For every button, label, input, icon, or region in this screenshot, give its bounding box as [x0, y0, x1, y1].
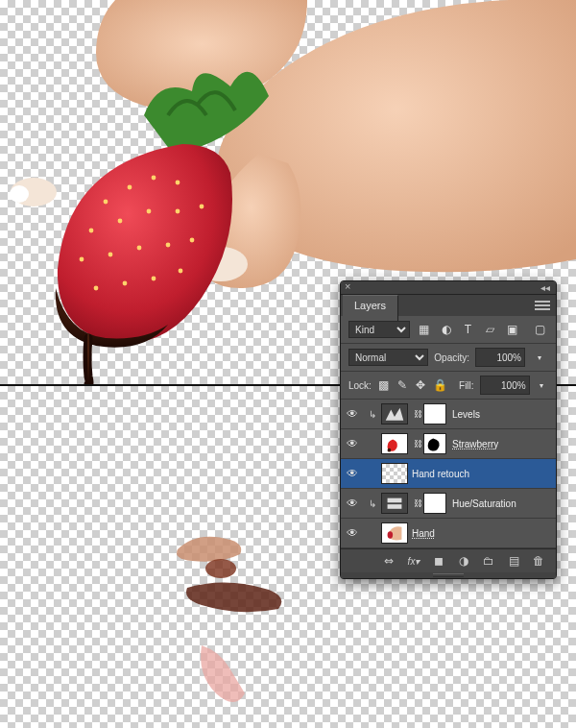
- panel-footer: ⇔ fx▾ ◼ ◑ 🗀 ▤ 🗑: [341, 548, 556, 572]
- footer-adjust-icon[interactable]: ◑: [456, 553, 471, 569]
- footer-fx-icon[interactable]: fx▾: [406, 553, 421, 569]
- layer-thumbnail[interactable]: [381, 433, 408, 454]
- svg-point-20: [152, 277, 156, 281]
- opacity-stepper-icon[interactable]: ▾: [531, 349, 548, 366]
- filter-shape-icon[interactable]: ▱: [482, 321, 498, 338]
- visibility-toggle-icon[interactable]: 👁: [341, 467, 364, 480]
- layer-mask-thumbnail[interactable]: [423, 493, 446, 514]
- svg-rect-29: [388, 504, 402, 509]
- svg-point-16: [166, 243, 171, 248]
- lock-row: Lock: ▩ ✎ ✥ 🔒 Fill: ▾: [341, 372, 556, 400]
- svg-point-3: [10, 185, 29, 203]
- svg-point-5: [128, 185, 132, 190]
- visibility-toggle-icon[interactable]: 👁: [341, 526, 364, 540]
- clip-indicator-icon: ↳: [364, 409, 381, 420]
- svg-point-21: [179, 269, 183, 274]
- svg-point-9: [118, 219, 123, 224]
- layer-thumbnail[interactable]: [381, 463, 408, 484]
- layers-panel[interactable]: × ◂◂ Layers KindNameEffectModeAttributeC…: [340, 280, 557, 579]
- filter-pixel-icon[interactable]: ▦: [416, 321, 432, 338]
- layer-mask-thumbnail[interactable]: [423, 403, 446, 425]
- svg-rect-23: [382, 404, 407, 424]
- layer-thumbnail[interactable]: [381, 522, 408, 544]
- svg-point-13: [80, 257, 84, 262]
- svg-point-25: [388, 449, 392, 452]
- layer-name[interactable]: Hand retouch: [412, 469, 469, 479]
- svg-point-18: [94, 286, 99, 291]
- layer-name[interactable]: Hue/Saturation: [452, 498, 516, 509]
- svg-point-11: [176, 209, 180, 214]
- document-canvas[interactable]: × ◂◂ Layers KindNameEffectModeAttributeC…: [0, 0, 576, 728]
- panel-close-icon[interactable]: ×: [345, 280, 350, 292]
- filter-type-icon[interactable]: T: [460, 321, 476, 338]
- lock-label: Lock:: [348, 380, 372, 391]
- panel-tabs: Layers: [341, 295, 556, 316]
- lock-position-icon[interactable]: ✥: [415, 376, 427, 394]
- layer-row[interactable]: 👁↳⛓Hue/Saturation: [341, 489, 556, 519]
- svg-point-12: [200, 205, 204, 209]
- layer-name[interactable]: Levels: [452, 409, 480, 420]
- filter-smart-icon[interactable]: ▣: [504, 321, 520, 338]
- lock-all-icon[interactable]: 🔒: [433, 376, 447, 394]
- fill-input[interactable]: [480, 376, 530, 395]
- svg-point-10: [147, 209, 152, 214]
- layer-thumbnail[interactable]: [381, 403, 408, 425]
- visibility-toggle-icon[interactable]: 👁: [341, 497, 364, 510]
- lock-transparency-icon[interactable]: ▩: [377, 376, 390, 394]
- svg-point-7: [176, 181, 180, 185]
- clip-indicator-icon: ↳: [364, 498, 381, 509]
- layer-row[interactable]: 👁Hand retouch: [341, 459, 556, 489]
- opacity-input[interactable]: [475, 348, 525, 367]
- footer-link-icon[interactable]: ⇔: [381, 553, 396, 569]
- svg-point-17: [190, 238, 195, 243]
- panel-menu-icon[interactable]: [535, 301, 550, 310]
- layer-name[interactable]: Strawberry: [452, 439, 498, 449]
- mask-link-icon[interactable]: ⛓: [412, 409, 423, 419]
- layer-row[interactable]: 👁⛓Strawberry: [341, 429, 556, 459]
- layer-thumbnail[interactable]: [381, 493, 408, 514]
- visibility-toggle-icon[interactable]: 👁: [341, 407, 364, 421]
- fill-label: Fill:: [459, 380, 474, 391]
- layer-list: 👁↳⛓Levels👁⛓Strawberry👁Hand retouch👁↳⛓Hue…: [341, 400, 556, 548]
- svg-point-8: [89, 229, 94, 233]
- footer-trash-icon[interactable]: 🗑: [531, 553, 546, 569]
- layer-row[interactable]: 👁↳⛓Levels: [341, 400, 556, 429]
- mask-link-icon[interactable]: ⛓: [412, 498, 423, 508]
- blend-mode-select[interactable]: NormalDissolveMultiplyScreenOverlay: [348, 349, 428, 366]
- svg-rect-27: [382, 494, 407, 513]
- panel-drag-bar[interactable]: × ◂◂: [341, 281, 556, 295]
- blend-mode-row: NormalDissolveMultiplyScreenOverlay Opac…: [341, 344, 556, 372]
- svg-point-4: [104, 200, 108, 205]
- opacity-label: Opacity:: [434, 352, 469, 363]
- footer-group-icon[interactable]: 🗀: [481, 553, 496, 569]
- panel-collapse-icon[interactable]: ◂◂: [540, 282, 550, 293]
- svg-point-15: [137, 246, 142, 251]
- svg-point-14: [108, 253, 113, 257]
- filter-adjust-icon[interactable]: ◐: [438, 321, 454, 338]
- svg-point-22: [205, 559, 236, 578]
- layer-row[interactable]: 👁Hand: [341, 519, 556, 548]
- layer-mask-thumbnail[interactable]: [423, 433, 446, 454]
- app-root: { "panel": { "title": "Layers", "filter"…: [0, 0, 576, 728]
- lock-pixels-icon[interactable]: ✎: [396, 376, 408, 394]
- layer-name[interactable]: Hand: [412, 528, 435, 539]
- fill-stepper-icon[interactable]: ▾: [536, 376, 548, 394]
- tab-layers[interactable]: Layers: [343, 295, 398, 321]
- mask-link-icon[interactable]: ⛓: [412, 439, 423, 449]
- svg-point-19: [123, 281, 128, 286]
- svg-point-6: [152, 176, 156, 181]
- filter-kind-select[interactable]: KindNameEffectModeAttributeColor: [348, 321, 410, 338]
- footer-mask-icon[interactable]: ◼: [431, 553, 446, 569]
- visibility-toggle-icon[interactable]: 👁: [341, 437, 364, 450]
- svg-rect-28: [388, 498, 402, 503]
- filter-toggle-icon[interactable]: ▢: [532, 321, 548, 338]
- svg-point-31: [388, 531, 394, 538]
- footer-new-icon[interactable]: ▤: [506, 553, 521, 569]
- panel-resize-grip[interactable]: [341, 572, 556, 578]
